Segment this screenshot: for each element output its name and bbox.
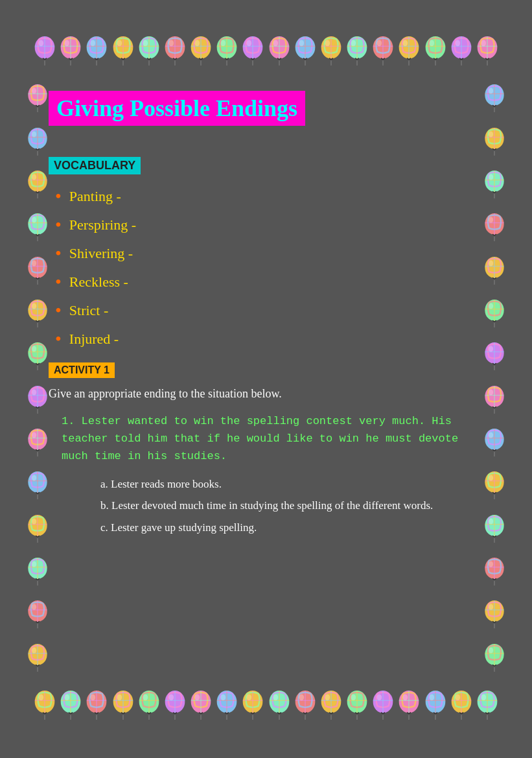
right-balloon-col <box>483 78 506 680</box>
border-balloon <box>483 213 506 244</box>
border-balloon <box>26 342 49 373</box>
svg-point-279 <box>489 303 493 309</box>
border-balloon <box>423 690 448 722</box>
svg-point-244 <box>32 604 36 610</box>
svg-point-19 <box>117 40 122 47</box>
svg-point-109 <box>117 694 122 701</box>
answer-choice: b. Lester devoted much time in studying … <box>100 497 483 514</box>
border-balloon <box>397 690 421 722</box>
activity-label: ACTIVITY 1 <box>49 362 115 378</box>
svg-point-89 <box>481 40 486 47</box>
border-balloon <box>267 690 292 722</box>
svg-point-299 <box>489 475 493 481</box>
border-balloon <box>240 36 265 68</box>
svg-point-269 <box>489 217 493 223</box>
border-balloon <box>449 690 474 722</box>
border-balloon <box>84 690 109 722</box>
border-balloon <box>293 36 318 68</box>
svg-point-84 <box>455 40 460 47</box>
vocab-item: Injured - <box>55 329 483 349</box>
vocabulary-label: VOCABULARY <box>49 157 141 174</box>
svg-point-294 <box>489 432 493 438</box>
border-balloon <box>483 342 506 373</box>
bottom-balloon-row <box>32 690 500 722</box>
border-balloon <box>26 170 49 201</box>
svg-point-124 <box>194 694 200 701</box>
svg-point-159 <box>377 694 382 701</box>
border-balloon <box>345 690 369 722</box>
svg-point-54 <box>299 40 304 47</box>
border-balloon <box>111 690 135 722</box>
svg-point-119 <box>168 694 174 701</box>
svg-point-29 <box>168 40 174 47</box>
vocab-item: Panting - <box>55 186 483 207</box>
svg-point-259 <box>489 131 493 137</box>
activity-instruction: Give an appropriate ending to the situat… <box>49 387 483 401</box>
left-balloon-col <box>26 78 49 680</box>
svg-point-144 <box>299 694 304 701</box>
svg-point-64 <box>351 40 356 47</box>
svg-point-179 <box>481 694 486 701</box>
svg-point-94 <box>38 694 43 701</box>
svg-point-304 <box>489 518 493 524</box>
border-balloon <box>423 36 448 68</box>
svg-point-34 <box>194 40 200 47</box>
svg-point-229 <box>32 475 36 481</box>
svg-point-104 <box>91 694 96 701</box>
svg-point-4 <box>38 40 43 47</box>
svg-point-149 <box>325 694 330 701</box>
svg-point-114 <box>143 694 148 701</box>
border-balloon <box>319 36 343 68</box>
svg-point-129 <box>221 694 226 701</box>
border-balloon <box>483 256 506 287</box>
svg-point-139 <box>273 694 278 701</box>
border-balloon <box>26 127 49 158</box>
svg-point-189 <box>32 131 36 137</box>
border-balloon <box>319 690 343 722</box>
content-area: Giving Possible Endings VOCABULARY Panti… <box>49 91 483 667</box>
svg-point-224 <box>32 432 36 438</box>
border-balloon <box>26 385 49 416</box>
border-balloon <box>163 36 187 68</box>
border-balloon <box>371 36 395 68</box>
border-balloon <box>26 643 49 674</box>
border-balloon <box>475 36 500 68</box>
border-balloon <box>483 385 506 416</box>
border-balloon <box>26 256 49 287</box>
border-balloon <box>26 299 49 330</box>
svg-point-44 <box>247 40 252 47</box>
top-balloon-row <box>32 36 500 68</box>
svg-point-79 <box>429 40 434 47</box>
title-box: Giving Possible Endings <box>49 91 305 126</box>
svg-point-69 <box>377 40 382 47</box>
border-balloon <box>397 36 421 68</box>
border-balloon <box>58 36 83 68</box>
border-balloon <box>32 36 57 68</box>
border-balloon <box>26 514 49 545</box>
item-number: 1. Lester wanted to win the spelling con… <box>62 415 458 462</box>
svg-point-274 <box>489 260 493 266</box>
svg-point-249 <box>32 647 36 653</box>
svg-point-264 <box>489 174 493 180</box>
numbered-item: 1. Lester wanted to win the spelling con… <box>62 412 483 536</box>
svg-point-134 <box>247 694 252 701</box>
border-balloon <box>111 36 135 68</box>
border-balloon <box>449 36 474 68</box>
svg-point-289 <box>489 389 493 395</box>
border-balloon <box>483 557 506 588</box>
border-balloon <box>483 643 506 674</box>
svg-point-209 <box>32 303 36 309</box>
border-balloon <box>475 690 500 722</box>
border-balloon <box>267 36 292 68</box>
svg-point-164 <box>403 694 408 701</box>
svg-point-184 <box>32 88 36 94</box>
svg-point-239 <box>32 561 36 567</box>
border-balloon <box>26 428 49 459</box>
svg-point-174 <box>455 694 460 701</box>
border-balloon <box>58 690 83 722</box>
svg-point-309 <box>489 561 493 567</box>
svg-point-39 <box>221 40 226 47</box>
border-balloon <box>32 690 57 722</box>
svg-point-49 <box>273 40 278 47</box>
svg-point-204 <box>32 260 36 266</box>
